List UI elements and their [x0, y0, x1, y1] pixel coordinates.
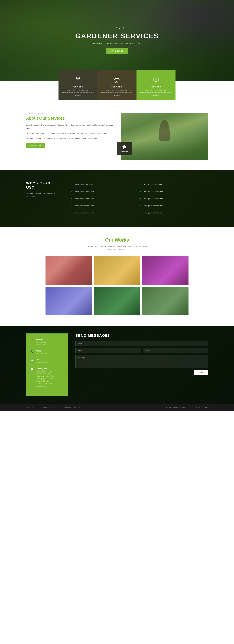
- why-arrow-5: →: [70, 212, 72, 214]
- about-cta-button[interactable]: CTA BUTTON: [26, 143, 45, 148]
- hours-mon: Monday: 10:00 – 18:00: [36, 370, 54, 372]
- works-title: Our Works: [26, 237, 208, 243]
- why-arrow-8: →: [139, 197, 141, 200]
- address-line1: 1141 Budapest: [36, 341, 46, 344]
- clock-icon: 🕐: [31, 368, 33, 370]
- why-item-text-1: Lorem ipsum dolor sit amet: [74, 183, 94, 185]
- hero-cta-button[interactable]: CTA BUTTON: [106, 48, 128, 54]
- work-photo-roses: [45, 256, 92, 285]
- footer-privacy-link[interactable]: PRIVACY POLICY: [42, 406, 56, 409]
- about-label: GARDENER LAYOUT: [26, 113, 113, 114]
- work-image-1[interactable]: [45, 256, 92, 285]
- hours-label: Opening hours: [36, 368, 54, 370]
- social-links:  t y v @: [110, 27, 125, 29]
- service-card-2: SERVICE 2 Duis aute irure dolor in repre…: [97, 70, 137, 100]
- why-left: WHY CHOOSE US? Duis aute irure dolor in …: [26, 181, 62, 198]
- phone-input[interactable]: [75, 348, 141, 353]
- service-2-icon: [112, 75, 122, 84]
- about-heading: About Our Services: [26, 116, 113, 121]
- work-image-3[interactable]: [142, 256, 189, 285]
- about-services-section: GARDENER LAYOUT About Our Services Lorem…: [0, 105, 234, 170]
- hours-thu: Thursday: 10:00 – 18:00: [36, 378, 54, 380]
- svg-point-8: [155, 79, 157, 80]
- phone-label: Phone: [36, 350, 47, 352]
- address-line2: Main Street 1: [36, 344, 46, 346]
- why-item-9: → Lorem ipsum dolor sit amet: [139, 202, 208, 209]
- facebook-icon[interactable]: : [110, 27, 110, 29]
- svg-line-7: [114, 79, 114, 80]
- why-item-text-9: Lorem ipsum dolor sit amet: [143, 205, 163, 207]
- form-name-row: [75, 341, 208, 346]
- why-item-2: → Lorem ipsum dolor sit amet: [70, 188, 139, 195]
- footer-contact-link[interactable]: CONTACT: [26, 406, 34, 409]
- location-icon: 📍: [31, 339, 33, 342]
- why-item-text-8: Lorem ipsum dolor sit amet: [143, 198, 163, 200]
- why-arrow-6: →: [139, 183, 141, 185]
- email-value: info@domain.com: [36, 361, 48, 364]
- why-arrow-7: →: [139, 190, 141, 192]
- work-photo-berries: [142, 286, 189, 315]
- about-image: [121, 113, 208, 160]
- services-row: SERVICE 1 Duis aute irure dolor in repre…: [58, 70, 176, 100]
- why-item-8: → Lorem ipsum dolor sit amet: [139, 195, 208, 202]
- message-textarea[interactable]: [75, 355, 208, 368]
- service-2-desc: Duis aute irure dolor in reprehenderit i…: [101, 89, 133, 96]
- work-image-6[interactable]: [142, 286, 189, 315]
- service-1-icon: [73, 75, 83, 84]
- work-photo-allium: [142, 256, 189, 285]
- hours-sat: Saturday: 10:00 – 18:00: [36, 382, 54, 385]
- why-desc: Duis aute irure dolor in reprehenderit i…: [26, 192, 62, 198]
- twitter-icon[interactable]: t: [113, 27, 113, 29]
- hero-title: GARDENER SERVICES: [75, 32, 159, 40]
- send-button[interactable]: SEND: [194, 370, 208, 375]
- email-icon: ✉️: [31, 359, 33, 362]
- service-card-1: SERVICE 1 Duis aute irure dolor in repre…: [58, 70, 97, 100]
- service-3-title: SERVICE 3: [150, 86, 162, 88]
- footer-terms-link[interactable]: TERMS OF SERVICE: [64, 406, 80, 409]
- why-item-text-6: Lorem ipsum dolor sit amet: [143, 183, 163, 185]
- why-arrow-2: →: [70, 190, 72, 192]
- email-label: Email: [36, 359, 48, 361]
- service-1-title: SERVICE 1: [72, 86, 84, 88]
- why-section: WHY CHOOSE US? Duis aute irure dolor in …: [0, 170, 234, 227]
- about-p2: Ut enim ad minim veniam, quis nostrud ex…: [26, 132, 113, 135]
- why-item-text-7: Lorem ipsum dolor sit amet: [143, 190, 163, 192]
- footer-links: CONTACT – PRIVACY POLICY – TERMS OF SERV…: [26, 406, 80, 409]
- work-image-2[interactable]: [94, 256, 140, 285]
- instagram-icon[interactable]: @: [122, 27, 124, 29]
- why-arrow-4: →: [70, 204, 72, 207]
- contact-section: 📍 Address 1141 Budapest Main Street 1 📞 …: [0, 326, 234, 404]
- svg-line-4: [116, 81, 117, 82]
- service-card-3: SERVICE 3 Duis aute irure dolor in repre…: [137, 70, 176, 100]
- contact-form-wrap: SEND MESSAGE! SEND: [75, 334, 208, 375]
- contact-email: ✉️ Email info@domain.com: [31, 359, 63, 364]
- phone-value: +36 30 000 0000: [36, 352, 47, 355]
- contact-phone: 📞 Phone +36 30 000 0000: [31, 350, 63, 355]
- name-input[interactable]: [75, 341, 208, 346]
- about-badge-icon: 💬: [122, 145, 127, 149]
- vimeo-icon[interactable]: v: [119, 27, 120, 29]
- hours-wed: Wednesday: 10:00 – 18:00: [36, 375, 54, 378]
- form-title: SEND MESSAGE!: [75, 334, 208, 338]
- contact-address: 📍 Address 1141 Budapest Main Street 1: [31, 339, 63, 346]
- about-badge-text: About Us: [121, 150, 128, 152]
- email-input[interactable]: [143, 348, 208, 353]
- hours-sun: Sunday: closed: [36, 385, 54, 388]
- svg-point-3: [77, 78, 78, 79]
- hero-subtitle: Lorem ipsum dolor sit amet, consectetur …: [93, 42, 141, 44]
- why-item-text-2: Lorem ipsum dolor sit amet: [74, 190, 94, 192]
- why-item-5: → Lorem ipsum dolor sit amet: [70, 209, 139, 216]
- work-photo-leaves: [94, 286, 140, 315]
- hours-tue: Tuesday: 10:00 – 18:00: [36, 372, 54, 375]
- svg-point-6: [117, 82, 118, 83]
- contact-hours: 🕐 Opening hours Monday: 10:00 – 18:00 Tu…: [31, 368, 63, 388]
- about-text: GARDENER LAYOUT About Our Services Lorem…: [26, 113, 113, 160]
- youtube-icon[interactable]: y: [116, 27, 117, 29]
- work-image-4[interactable]: [45, 286, 92, 315]
- svg-point-5: [116, 82, 116, 83]
- service-3-icon: [151, 75, 161, 84]
- hours-fri: Friday: 10:00 – 18:00: [36, 380, 54, 382]
- phone-icon: 📞: [31, 350, 33, 353]
- about-image-wrap: 💬 About Us: [121, 113, 208, 160]
- work-image-5[interactable]: [94, 286, 140, 315]
